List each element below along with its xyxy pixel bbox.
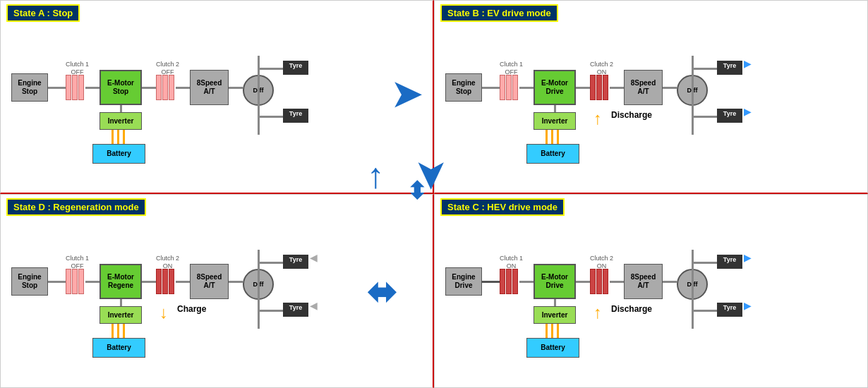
battery-c: Battery <box>526 338 579 358</box>
clutch1-label-a: Clutch 1OFF <box>66 61 89 76</box>
discharge-label-b: Discharge <box>611 110 652 120</box>
battery-b: Battery <box>526 144 579 164</box>
emotor-d: E-MotorRegene <box>100 264 142 299</box>
tyre-bot-d: Tyre <box>283 303 308 317</box>
tyre-arrow-top-b: ▶ <box>744 58 752 69</box>
discharge-arrow-c: ↑ <box>593 303 602 322</box>
tyre-arrow-bot-b: ▶ <box>744 106 752 117</box>
emotor-b: E-MotorDrive <box>534 70 576 105</box>
inverter-b: Inverter <box>534 112 576 130</box>
arrow-a-to-b: ➤ <box>392 74 421 115</box>
arrow-d-to-a: ↑ <box>367 155 385 196</box>
engine-a: Engine Stop <box>11 73 48 102</box>
tyre-arrow-top-d: ◀ <box>310 252 318 263</box>
tyre-arrow-bot-c: ▶ <box>744 300 752 311</box>
state-b-panel: State B : EV drive mode EngineStop Clutc… <box>434 0 868 194</box>
discharge-arrow-b: ↑ <box>593 109 602 128</box>
clutch2-label-a: Clutch 2OFF <box>156 61 179 76</box>
inverter-a: Inverter <box>100 112 142 130</box>
clutch2-label-c: Clutch 2ON <box>590 255 613 270</box>
inverter-c: Inverter <box>534 306 576 324</box>
tyre-top-d: Tyre <box>283 255 308 269</box>
discharge-label-c: Discharge <box>611 304 652 314</box>
tyre-bot-a: Tyre <box>283 109 308 123</box>
transmission-a: 8SpeedA/T <box>190 70 229 105</box>
state-c-panel: State C : HEV drive mode EngineDrive Clu… <box>434 194 868 388</box>
clutch1-label-b: Clutch 1OFF <box>500 61 523 76</box>
engine-d: EngineStop <box>11 267 48 296</box>
tyre-arrow-bot-d: ◀ <box>310 300 318 311</box>
state-b-diagram: EngineStop Clutch 1OFF E-MotorDrive Clut… <box>442 31 867 172</box>
emotor-a: E-MotorStop <box>100 70 142 105</box>
arrow-d-c: ⬌ <box>367 272 397 313</box>
battery-d: Battery <box>92 338 145 358</box>
tyre-top-b: Tyre <box>717 61 742 75</box>
engine-c: EngineDrive <box>445 267 482 296</box>
state-a-diagram: Engine Stop Clutch 1OFF E-MotorStop Clut… <box>8 31 433 172</box>
emotor-c: E-MotorDrive <box>534 264 576 299</box>
state-d-title: State D : Regeneration mode <box>6 198 146 216</box>
center-arrows: ⬌ <box>408 176 428 205</box>
clutch2-label-d: Clutch 2ON <box>156 255 179 270</box>
tyre-top-c: Tyre <box>717 255 742 269</box>
tyre-bot-c: Tyre <box>717 303 742 317</box>
transmission-d: 8SpeedA/T <box>190 264 229 299</box>
transmission-b: 8SpeedA/T <box>624 70 663 105</box>
tyre-arrow-top-c: ▶ <box>744 252 752 263</box>
inverter-d: Inverter <box>100 306 142 324</box>
tyre-bot-b: Tyre <box>717 109 742 123</box>
clutch2-label-b: Clutch 2ON <box>590 61 613 76</box>
state-a-title: State A : Stop <box>6 4 80 22</box>
state-c-diagram: EngineDrive Clutch 1ON E-MotorDrive Clut… <box>442 225 867 366</box>
charge-label-d: Charge <box>177 304 206 314</box>
clutch1-label-c: Clutch 1ON <box>500 255 523 270</box>
battery-a: Battery <box>92 144 145 164</box>
clutch1-label-d: Clutch 1OFF <box>66 255 89 270</box>
charge-arrow-d: ↓ <box>159 303 168 322</box>
transmission-c: 8SpeedA/T <box>624 264 663 299</box>
state-c-title: State C : HEV drive mode <box>440 198 565 216</box>
state-b-title: State B : EV drive mode <box>440 4 558 22</box>
engine-b: EngineStop <box>445 73 482 102</box>
tyre-top-a: Tyre <box>283 61 308 75</box>
